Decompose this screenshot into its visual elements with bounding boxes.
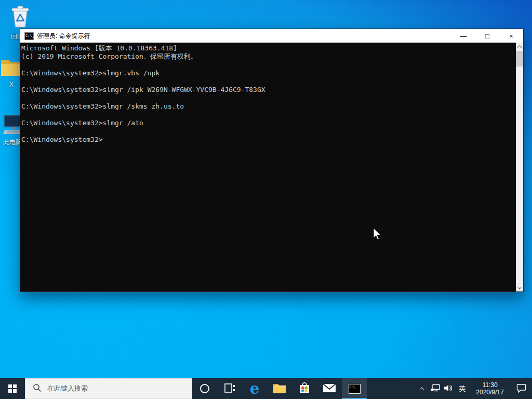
window-title: 管理员: 命令提示符 (37, 32, 90, 41)
action-center-button[interactable] (510, 378, 532, 399)
volume-button[interactable] (442, 378, 455, 399)
desktop-icon-label: 此电脑 (3, 138, 22, 147)
console-line: C:\Windows\system32>slmgr /ato (21, 119, 516, 127)
scroll-down-icon[interactable] (516, 284, 523, 291)
cortana-button[interactable] (192, 378, 217, 399)
desktop: 回收站 X 此电脑 C:\_ 管理员: 命令提示符 (0, 0, 532, 399)
cmd-window: C:\_ 管理员: 命令提示符 — □ × Microsoft Windows … (20, 29, 524, 292)
cmd-titlebar[interactable]: C:\_ 管理员: 命令提示符 — □ × (20, 29, 523, 43)
mouse-cursor (373, 228, 383, 243)
action-center-icon (516, 383, 526, 394)
taskbar-search-input[interactable]: 在此键入搜索 (25, 378, 192, 399)
taskbar-clock[interactable]: 11:30 2020/9/17 (470, 378, 510, 399)
maximize-button[interactable]: □ (475, 29, 499, 43)
recycle-bin-icon (8, 3, 33, 31)
volume-icon (444, 384, 453, 394)
console-line: C:\Windows\system32>slmgr /skms zh.us.to (21, 102, 516, 111)
console-line: C:\Windows\system32>slmgr /ipk W269N-WFG… (21, 86, 516, 94)
console-output[interactable]: Microsoft Windows [版本 10.0.18363.418] (c… (20, 43, 516, 291)
edge-icon: e (250, 381, 259, 396)
file-explorer-button[interactable] (267, 378, 292, 399)
network-icon (431, 384, 440, 394)
file-explorer-icon (273, 382, 286, 395)
store-icon (298, 382, 311, 396)
clock-date: 2020/9/17 (476, 389, 503, 396)
console-line (21, 77, 516, 86)
edge-button[interactable]: e (242, 378, 267, 399)
network-button[interactable] (429, 378, 442, 399)
console-line: C:\Windows\system32>slmgr.vbs /upk (21, 69, 516, 77)
scroll-up-icon[interactable] (516, 43, 523, 50)
start-button[interactable] (0, 378, 25, 399)
console-line (21, 94, 516, 102)
window-controls: — □ × (451, 29, 523, 43)
cmd-app-icon: C:\_ (24, 32, 34, 40)
cortana-icon (200, 384, 209, 393)
store-button[interactable] (292, 378, 317, 399)
search-icon (33, 383, 42, 394)
mail-icon (323, 383, 336, 395)
clock-time: 11:30 (482, 381, 497, 389)
ime-indicator[interactable]: 英 (455, 378, 470, 399)
console-line: (c) 2019 Microsoft Corporation。保留所有权利。 (21, 52, 516, 61)
desktop-icon-label: X (9, 81, 14, 88)
taskbar: 在此键入搜索 e (0, 378, 532, 399)
console-scrollbar[interactable] (516, 43, 523, 291)
close-button[interactable]: × (499, 29, 523, 43)
console-line: C:\Windows\system32> (21, 136, 516, 144)
cmd-icon: C:\_ (349, 384, 361, 394)
task-view-button[interactable] (217, 378, 242, 399)
windows-logo-icon (8, 384, 17, 393)
task-view-icon (223, 382, 236, 395)
console-line (21, 127, 516, 136)
console-line (21, 61, 516, 69)
console-line (21, 111, 516, 119)
chevron-up-icon (420, 387, 424, 391)
scrollbar-thumb[interactable] (516, 51, 523, 66)
tray-overflow-button[interactable] (415, 378, 429, 399)
search-placeholder: 在此键入搜索 (47, 384, 88, 393)
minimize-button[interactable]: — (451, 29, 475, 43)
cmd-taskbar-button[interactable]: C:\_ (342, 378, 367, 399)
console-line: Microsoft Windows [版本 10.0.18363.418] (21, 44, 516, 52)
system-tray: 英 11:30 2020/9/17 (415, 378, 532, 399)
mail-button[interactable] (317, 378, 342, 399)
